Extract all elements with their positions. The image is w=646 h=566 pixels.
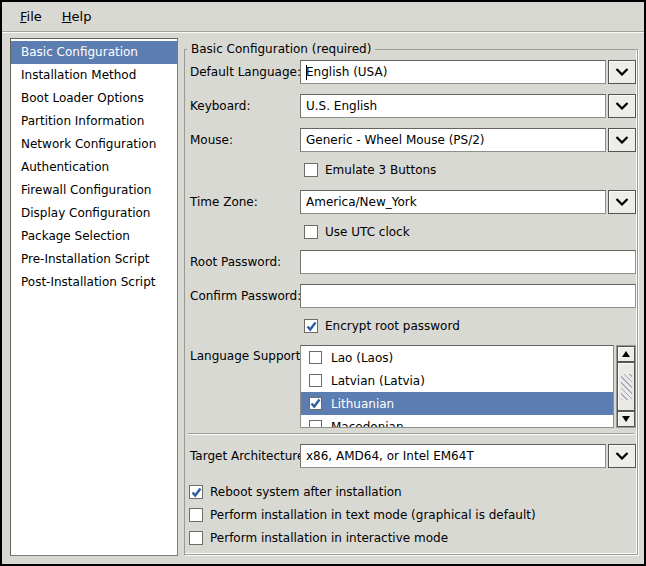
time-zone-value[interactable]: America/New_York	[300, 190, 606, 214]
text-cursor	[306, 65, 307, 80]
emulate-3-buttons-checkbox[interactable]	[304, 163, 318, 177]
sidebar-item-installation-method[interactable]: Installation Method	[11, 64, 177, 87]
arrow-down-icon	[622, 416, 630, 422]
chevron-down-icon	[615, 452, 629, 460]
language-lithuanian-checkbox[interactable]	[309, 397, 322, 410]
emulate-3-buttons-row[interactable]: Emulate 3 Buttons	[304, 162, 436, 178]
chevron-down-icon	[615, 136, 629, 144]
text-mode-install-checkbox[interactable]	[189, 508, 203, 522]
sidebar-item-package-selection[interactable]: Package Selection	[11, 225, 177, 248]
encrypt-root-password-checkbox[interactable]	[304, 319, 318, 333]
language-option-latvian[interactable]: Latvian (Latvia)	[301, 369, 613, 392]
sidebar-item-authentication[interactable]: Authentication	[11, 156, 177, 179]
language-support-label: Language Support:	[190, 348, 305, 364]
sidebar-item-post-installation-script[interactable]: Post-Installation Script	[11, 271, 177, 294]
interactive-install-checkbox[interactable]	[189, 531, 203, 545]
keyboard-label: Keyboard:	[190, 98, 250, 114]
confirm-password-label: Confirm Password:	[190, 288, 301, 304]
time-zone-dropdown-button[interactable]	[608, 190, 636, 214]
sidebar-item-network-configuration[interactable]: Network Configuration	[11, 133, 177, 156]
use-utc-clock-row[interactable]: Use UTC clock	[304, 224, 410, 240]
scroll-up-button[interactable]	[617, 346, 635, 362]
sidebar-item-boot-loader-options[interactable]: Boot Loader Options	[11, 87, 177, 110]
target-architecture-value[interactable]: x86, AMD64, or Intel EM64T	[300, 444, 606, 468]
text-mode-install-label: Perform installation in text mode (graph…	[210, 508, 536, 522]
kickstart-configurator-window: File Help Basic Configuration Installati…	[0, 0, 646, 566]
root-password-input[interactable]	[300, 250, 636, 274]
encrypt-root-password-label: Encrypt root password	[325, 319, 460, 333]
chevron-down-icon	[615, 102, 629, 110]
target-architecture-dropdown-button[interactable]	[608, 444, 636, 468]
language-option-macedonian[interactable]: Macedonian	[301, 415, 613, 428]
reboot-after-install-label: Reboot system after installation	[210, 485, 402, 499]
menu-file[interactable]: File	[10, 5, 52, 28]
language-lao-checkbox[interactable]	[309, 351, 322, 364]
keyboard-value[interactable]: U.S. English	[300, 94, 606, 118]
interactive-install-row[interactable]: Perform installation in interactive mode	[189, 530, 448, 546]
mouse-value[interactable]: Generic - Wheel Mouse (PS/2)	[300, 128, 606, 152]
sidebar-item-basic-configuration[interactable]: Basic Configuration	[11, 41, 177, 64]
mouse-combo[interactable]: Generic - Wheel Mouse (PS/2)	[300, 128, 636, 152]
keyboard-combo[interactable]: U.S. English	[300, 94, 636, 118]
check-icon	[310, 398, 321, 409]
mouse-dropdown-button[interactable]	[608, 128, 636, 152]
keyboard-dropdown-button[interactable]	[608, 94, 636, 118]
frame-title: Basic Configuration (required)	[187, 42, 375, 57]
reboot-after-install-checkbox[interactable]	[189, 485, 203, 499]
sidebar-item-firewall-configuration[interactable]: Firewall Configuration	[11, 179, 177, 202]
default-language-dropdown-button[interactable]	[608, 60, 636, 84]
sidebar-item-display-configuration[interactable]: Display Configuration	[11, 202, 177, 225]
time-zone-label: Time Zone:	[190, 194, 258, 210]
arrow-up-icon	[622, 351, 630, 357]
default-language-value[interactable]: English (USA)	[300, 60, 606, 84]
use-utc-clock-checkbox[interactable]	[304, 225, 318, 239]
encrypt-root-password-row[interactable]: Encrypt root password	[304, 318, 460, 334]
emulate-3-buttons-label: Emulate 3 Buttons	[325, 163, 436, 177]
horizontal-separator	[188, 433, 634, 435]
sidebar: Basic Configuration Installation Method …	[10, 38, 178, 556]
reboot-after-install-row[interactable]: Reboot system after installation	[189, 484, 402, 500]
time-zone-combo[interactable]: America/New_York	[300, 190, 636, 214]
default-language-label: Default Language:	[190, 64, 301, 80]
check-icon	[306, 321, 317, 332]
sidebar-item-pre-installation-script[interactable]: Pre-Installation Script	[11, 248, 177, 271]
default-language-combo[interactable]: English (USA)	[300, 60, 636, 84]
check-icon	[191, 487, 202, 498]
text-mode-install-row[interactable]: Perform installation in text mode (graph…	[189, 507, 536, 523]
scroll-down-button[interactable]	[617, 411, 635, 427]
interactive-install-label: Perform installation in interactive mode	[210, 531, 448, 545]
language-support-list: Lao (Laos) Latvian (Latvia) Lithuanian M…	[300, 345, 614, 428]
menu-help[interactable]: Help	[52, 5, 102, 28]
language-option-lao[interactable]: Lao (Laos)	[301, 346, 613, 369]
chevron-down-icon	[615, 68, 629, 76]
mouse-label: Mouse:	[190, 132, 233, 148]
target-architecture-combo[interactable]: x86, AMD64, or Intel EM64T	[300, 444, 636, 468]
language-option-lithuanian[interactable]: Lithuanian	[301, 392, 613, 415]
language-macedonian-checkbox[interactable]	[309, 420, 322, 428]
use-utc-clock-label: Use UTC clock	[325, 225, 410, 239]
scrollbar-thumb[interactable]	[617, 362, 635, 411]
menubar: File Help	[2, 2, 644, 32]
language-list-scrollbar[interactable]	[616, 345, 636, 428]
sidebar-item-partition-information[interactable]: Partition Information	[11, 110, 177, 133]
root-password-label: Root Password:	[190, 254, 281, 270]
language-latvian-checkbox[interactable]	[309, 374, 322, 387]
confirm-password-input[interactable]	[300, 284, 636, 308]
scrollbar-grip	[621, 374, 632, 400]
target-architecture-label: Target Architecture:	[190, 448, 308, 464]
chevron-down-icon	[615, 198, 629, 206]
